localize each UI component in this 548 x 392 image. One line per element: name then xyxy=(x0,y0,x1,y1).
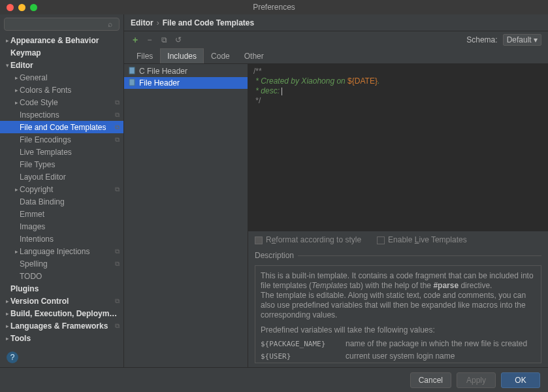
titlebar: Preferences xyxy=(0,0,548,14)
tab[interactable]: Files xyxy=(129,48,160,63)
expand-arrow-icon: ▸ xyxy=(4,335,10,342)
search-icon: ⌕ xyxy=(108,20,112,29)
sidebar-item[interactable]: Emmet xyxy=(0,208,123,220)
code-editor[interactable]: /** * Created by Xiaohong on ${DATE}. * … xyxy=(248,64,548,231)
reformat-checkbox[interactable]: Reformat according to style xyxy=(255,235,361,244)
sidebar-item-label: Appearance & Behavior xyxy=(10,36,120,45)
sidebar-item[interactable]: ▸Colors & Fonts xyxy=(0,84,123,96)
tab[interactable]: Code xyxy=(204,48,237,63)
expand-arrow-icon: ▸ xyxy=(4,298,10,304)
dialog-buttons: Cancel Apply OK xyxy=(0,367,548,392)
sidebar-item-label: File Types xyxy=(20,160,120,169)
sidebar-item[interactable]: Data Binding xyxy=(0,195,123,208)
project-scope-icon: ⧉ xyxy=(115,111,120,119)
sidebar: ⌕ ▸Appearance & BehaviorKeymap▾Editor▸Ge… xyxy=(0,14,124,367)
template-list-item[interactable]: File Header xyxy=(124,77,248,89)
file-icon xyxy=(128,78,136,88)
help-button[interactable]: ? xyxy=(7,351,18,363)
schema-select[interactable]: Default ▾ xyxy=(503,34,541,46)
sidebar-item[interactable]: Layout Editor xyxy=(0,171,123,183)
template-item-label: C File Header xyxy=(139,67,187,76)
enable-live-templates-checkbox[interactable]: Enable Live Templates xyxy=(377,235,467,244)
sidebar-item[interactable]: ▸Languages & Frameworks⧉ xyxy=(0,319,123,332)
project-scope-icon: ⧉ xyxy=(115,123,120,131)
sidebar-item[interactable]: ▸Tools xyxy=(0,332,123,344)
sidebar-item-label: File Encodings xyxy=(20,135,115,144)
sidebar-item-label: Language Injections xyxy=(20,247,115,256)
variable-desc: name of the package in which the new fil… xyxy=(346,339,527,349)
sidebar-item[interactable]: File Encodings⧉ xyxy=(0,133,123,146)
sidebar-item[interactable]: Images xyxy=(0,220,123,233)
expand-arrow-icon: ▸ xyxy=(4,37,10,44)
copy-template-icon[interactable]: ⧉ xyxy=(159,35,169,44)
tab[interactable]: Other xyxy=(237,48,271,63)
sidebar-item[interactable]: Spelling⧉ xyxy=(0,257,123,270)
sidebar-item-label: Images xyxy=(20,222,120,231)
breadcrumb-leaf: File and Code Templates xyxy=(163,18,254,27)
template-list-item[interactable]: C File Header xyxy=(124,65,248,77)
sidebar-item-label: Emmet xyxy=(20,210,120,219)
breadcrumb-separator-icon: › xyxy=(157,18,159,27)
sidebar-item-label: Intentions xyxy=(20,235,120,244)
main-pane: Editor › File and Code Templates + − ⧉ ↺… xyxy=(124,14,548,367)
sidebar-item-label: Tools xyxy=(10,334,120,343)
variable-key: ${PACKAGE_NAME} xyxy=(261,339,346,349)
project-scope-icon: ⧉ xyxy=(115,136,120,144)
search-input[interactable] xyxy=(4,18,120,31)
editor-pane: /** * Created by Xiaohong on ${DATE}. * … xyxy=(248,64,548,367)
sidebar-item[interactable]: Keymap xyxy=(0,46,123,59)
sidebar-item-label: Keymap xyxy=(10,48,120,57)
sidebar-item[interactable]: ▸Version Control⧉ xyxy=(0,295,123,307)
sidebar-item[interactable]: TODO xyxy=(0,270,123,282)
ok-button[interactable]: OK xyxy=(501,372,540,388)
sidebar-item-label: Code Style xyxy=(20,98,115,107)
add-template-icon[interactable]: + xyxy=(131,35,140,44)
svg-rect-0 xyxy=(129,67,135,74)
remove-template-icon[interactable]: − xyxy=(145,35,154,44)
sidebar-item[interactable]: ▸Build, Execution, Deployment xyxy=(0,307,123,319)
sidebar-item-label: Version Control xyxy=(10,297,115,306)
variable-key: ${USER} xyxy=(261,351,346,361)
project-scope-icon: ⧉ xyxy=(115,99,120,106)
sidebar-item[interactable]: Plugins xyxy=(0,282,123,295)
file-icon xyxy=(128,67,136,76)
sidebar-item[interactable]: ▸Code Style⧉ xyxy=(0,96,123,108)
schema-label: Schema: xyxy=(466,35,497,44)
project-scope-icon: ⧉ xyxy=(115,322,120,330)
variable-desc: current user system login name xyxy=(346,351,455,361)
sidebar-item[interactable]: Intentions xyxy=(0,233,123,245)
template-list[interactable]: C File HeaderFile Header xyxy=(124,64,248,367)
settings-tree[interactable]: ▸Appearance & BehaviorKeymap▾Editor▸Gene… xyxy=(0,34,123,348)
editor-options: Reformat according to style Enable Live … xyxy=(248,231,548,248)
sidebar-item[interactable]: ▸Language Injections⧉ xyxy=(0,245,123,257)
sidebar-item-label: Languages & Frameworks xyxy=(10,321,115,331)
sidebar-item[interactable]: ▸Copyright⧉ xyxy=(0,183,123,195)
cancel-button[interactable]: Cancel xyxy=(410,372,451,388)
breadcrumb: Editor › File and Code Templates xyxy=(124,14,548,31)
sidebar-item[interactable]: File Types xyxy=(0,158,123,171)
window-title: Preferences xyxy=(0,3,548,12)
sidebar-item[interactable]: Live Templates xyxy=(0,146,123,158)
sidebar-item[interactable]: Inspections⧉ xyxy=(0,108,123,121)
sidebar-item-label: Data Binding xyxy=(20,197,120,206)
text-caret xyxy=(282,88,282,95)
project-scope-icon: ⧉ xyxy=(115,260,120,268)
template-item-label: File Header xyxy=(139,78,180,88)
project-scope-icon: ⧉ xyxy=(115,248,120,255)
sidebar-item[interactable]: ▸Appearance & Behavior xyxy=(0,34,123,46)
apply-button[interactable]: Apply xyxy=(457,372,496,388)
sidebar-item-label: Editor xyxy=(10,61,120,70)
expand-arrow-icon: ▾ xyxy=(4,62,10,69)
sidebar-item[interactable]: ▾Editor xyxy=(0,59,123,71)
sidebar-item[interactable]: File and Code Templates⧉ xyxy=(0,121,123,133)
sidebar-item[interactable]: ▸General xyxy=(0,71,123,84)
sidebar-item-label: TODO xyxy=(20,272,120,281)
toolbar: + − ⧉ ↺ Schema: Default ▾ xyxy=(124,31,548,48)
reset-template-icon[interactable]: ↺ xyxy=(174,35,183,44)
sidebar-item-label: Copyright xyxy=(20,185,115,194)
description-label: Description xyxy=(248,248,548,261)
sidebar-item-label: General xyxy=(20,73,120,82)
tab[interactable]: Includes xyxy=(160,48,204,63)
sidebar-item-label: File and Code Templates xyxy=(20,123,115,132)
expand-arrow-icon: ▸ xyxy=(13,87,20,93)
